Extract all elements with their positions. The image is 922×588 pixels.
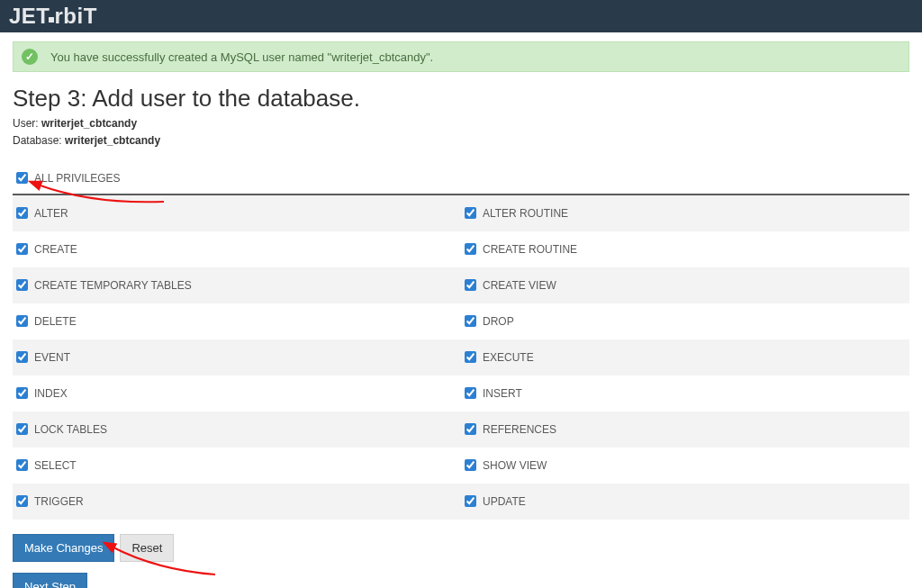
privilege-cell: CREATE VIEW — [461, 267, 909, 303]
privilege-text: INDEX — [34, 387, 68, 400]
page-title: Step 3: Add user to the database. — [13, 85, 909, 113]
privilege-text: ALTER ROUTINE — [483, 207, 568, 220]
all-privileges-text: ALL PRIVILEGES — [34, 172, 121, 185]
privilege-text: CREATE VIEW — [483, 279, 556, 292]
privilege-cell: SHOW VIEW — [461, 448, 909, 484]
alert-icon-box: ✓ — [14, 42, 45, 71]
privilege-checkbox[interactable] — [16, 351, 28, 363]
privilege-text: REFERENCES — [483, 423, 556, 436]
privilege-label[interactable]: CREATE ROUTINE — [465, 243, 906, 256]
privilege-label[interactable]: CREATE VIEW — [465, 279, 906, 292]
privilege-cell: ALTER ROUTINE — [461, 195, 909, 231]
user-value: writerjet_cbtcandy — [41, 117, 137, 130]
privilege-text: SELECT — [34, 459, 77, 472]
privilege-label[interactable]: EXECUTE — [465, 351, 906, 364]
privilege-text: CREATE — [34, 243, 77, 256]
success-alert: ✓ You have successfully created a MySQL … — [13, 41, 909, 72]
privilege-checkbox[interactable] — [465, 495, 476, 507]
privilege-checkbox[interactable] — [465, 207, 476, 219]
privilege-label[interactable]: CREATE — [16, 243, 457, 256]
privilege-cell: TRIGGER — [13, 484, 461, 520]
privilege-text: INSERT — [483, 387, 522, 400]
all-privileges-checkbox[interactable] — [16, 172, 28, 184]
reset-button[interactable]: Reset — [120, 534, 174, 562]
privilege-label[interactable]: CREATE TEMPORARY TABLES — [16, 279, 457, 292]
alert-message: You have successfully created a MySQL us… — [45, 50, 433, 64]
privilege-text: CREATE TEMPORARY TABLES — [34, 279, 192, 292]
database-value: writerjet_cbtcandy — [65, 134, 160, 147]
privilege-checkbox[interactable] — [16, 459, 28, 471]
privilege-checkbox[interactable] — [465, 423, 476, 435]
privilege-grid: ALTERALTER ROUTINECREATECREATE ROUTINECR… — [13, 195, 909, 520]
make-changes-button[interactable]: Make Changes — [13, 534, 114, 562]
privilege-label[interactable]: SELECT — [16, 459, 457, 472]
privilege-checkbox[interactable] — [16, 387, 28, 399]
privilege-cell: LOCK TABLES — [13, 412, 461, 448]
privilege-checkbox[interactable] — [465, 243, 476, 255]
privilege-checkbox[interactable] — [16, 207, 28, 219]
main-container: ✓ You have successfully created a MySQL … — [0, 32, 922, 588]
privilege-label[interactable]: DELETE — [16, 315, 457, 328]
privilege-text: DELETE — [34, 315, 77, 328]
user-info: User: writerjet_cbtcandy — [13, 116, 909, 131]
privilege-cell: EXECUTE — [461, 339, 909, 375]
privilege-cell: CREATE — [13, 231, 461, 267]
privilege-label[interactable]: ALTER — [16, 207, 457, 220]
topbar: JETrbiT — [0, 0, 922, 32]
privilege-checkbox[interactable] — [16, 243, 28, 255]
database-info: Database: writerjet_cbtcandy — [13, 133, 909, 149]
privilege-checkbox[interactable] — [465, 351, 476, 363]
privilege-table: ALL PRIVILEGES ALTERALTER ROUTINECREATEC… — [13, 165, 909, 520]
privilege-label[interactable]: TRIGGER — [16, 495, 457, 508]
next-step-button[interactable]: Next Step — [13, 573, 87, 588]
privilege-checkbox[interactable] — [16, 279, 28, 291]
privilege-text: EVENT — [34, 351, 70, 364]
logo: JETrbiT — [9, 4, 97, 29]
privilege-text: EXECUTE — [483, 351, 534, 364]
button-row-1: Make Changes Reset — [13, 534, 909, 562]
privilege-checkbox[interactable] — [16, 423, 28, 435]
privilege-label[interactable]: ALTER ROUTINE — [465, 207, 906, 220]
privilege-checkbox[interactable] — [465, 459, 476, 471]
all-privileges-label[interactable]: ALL PRIVILEGES — [16, 172, 906, 185]
privilege-cell: SELECT — [13, 448, 461, 484]
privilege-text: CREATE ROUTINE — [483, 243, 577, 256]
privilege-label[interactable]: SHOW VIEW — [465, 459, 906, 472]
privilege-label[interactable]: LOCK TABLES — [16, 423, 457, 436]
privilege-cell: DROP — [461, 303, 909, 339]
privilege-cell: CREATE ROUTINE — [461, 231, 909, 267]
privilege-checkbox[interactable] — [16, 315, 28, 327]
button-row-2: Next Step — [13, 573, 909, 588]
privilege-label[interactable]: UPDATE — [465, 495, 906, 508]
privilege-label[interactable]: INDEX — [16, 387, 457, 400]
database-label: Database: — [13, 134, 62, 147]
privilege-checkbox[interactable] — [465, 315, 476, 327]
privilege-text: UPDATE — [483, 495, 526, 508]
privilege-label[interactable]: REFERENCES — [465, 423, 906, 436]
privilege-cell: ALTER — [13, 195, 461, 231]
privilege-text: ALTER — [34, 207, 68, 220]
checkmark-icon: ✓ — [22, 49, 38, 65]
privilege-text: SHOW VIEW — [483, 459, 547, 472]
privilege-label[interactable]: DROP — [465, 315, 906, 328]
privilege-text: TRIGGER — [34, 495, 84, 508]
privilege-checkbox[interactable] — [465, 387, 476, 399]
privilege-cell: DELETE — [13, 303, 461, 339]
privilege-text: DROP — [483, 315, 514, 328]
privilege-label[interactable]: INSERT — [465, 387, 906, 400]
privilege-checkbox[interactable] — [16, 495, 28, 507]
privilege-cell: INSERT — [461, 375, 909, 412]
privilege-cell: INDEX — [13, 375, 461, 412]
privilege-cell: EVENT — [13, 339, 461, 375]
privilege-label[interactable]: EVENT — [16, 351, 457, 364]
all-privileges-row: ALL PRIVILEGES — [13, 165, 909, 195]
privilege-cell: UPDATE — [461, 484, 909, 520]
privilege-text: LOCK TABLES — [34, 423, 107, 436]
user-label: User: — [13, 117, 39, 130]
privilege-cell: REFERENCES — [461, 412, 909, 448]
privilege-cell: CREATE TEMPORARY TABLES — [13, 267, 461, 303]
privilege-checkbox[interactable] — [465, 279, 476, 291]
